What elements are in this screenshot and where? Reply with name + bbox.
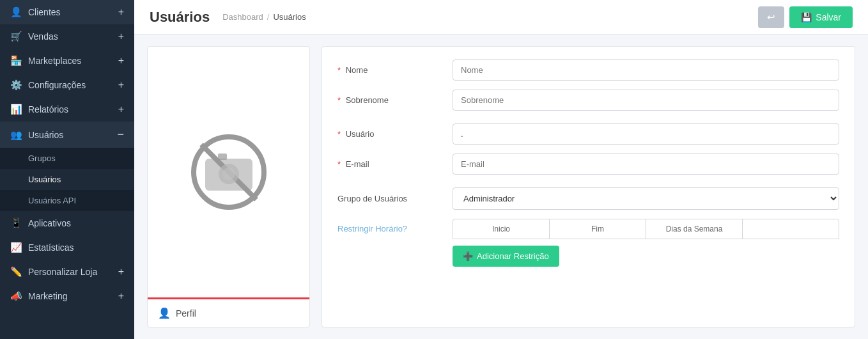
page-title: Usuários bbox=[150, 9, 210, 26]
personalizar-expand-icon: + bbox=[118, 266, 124, 278]
nome-row: * Nome bbox=[337, 59, 839, 81]
save-label: Salvar bbox=[816, 12, 841, 22]
configuracoes-icon: ⚙️ bbox=[10, 79, 22, 91]
save-disk-icon: 💾 bbox=[801, 12, 812, 22]
breadcrumb-current: Usuários bbox=[273, 12, 306, 22]
marketing-icon: 📣 bbox=[10, 290, 22, 302]
sobrenome-row: * Sobrenome bbox=[337, 90, 839, 111]
sidebar-label-relatorios: Relatórios bbox=[28, 104, 68, 114]
usuario-label: * Usuário bbox=[337, 129, 453, 139]
restrict-right: Inicio Fim Dias da Semana ➕ Adicionar Re… bbox=[453, 219, 839, 267]
nome-label: * Nome bbox=[337, 65, 453, 75]
sidebar-item-usuarios-api[interactable]: Usuários API bbox=[0, 190, 134, 211]
content-area: 👤 Perfil * Nome * Sobrenome bbox=[134, 35, 868, 339]
clientes-icon: 👤 bbox=[10, 6, 22, 18]
restrict-col-actions bbox=[743, 219, 839, 239]
breadcrumb: Dashboard / Usuários bbox=[222, 12, 306, 22]
personalizar-loja-icon: ✏️ bbox=[10, 266, 22, 278]
configuracoes-expand-icon: + bbox=[118, 79, 124, 91]
usuarios-icon: 👥 bbox=[10, 129, 22, 141]
sidebar-label-marketing: Marketing bbox=[28, 291, 67, 301]
profile-label: Perfil bbox=[176, 308, 196, 319]
sidebar-item-configuracoes[interactable]: ⚙️ Configurações + bbox=[0, 73, 134, 97]
usuarios-api-label: Usuários API bbox=[28, 196, 76, 205]
nome-input[interactable] bbox=[453, 59, 839, 81]
photo-panel: 👤 Perfil bbox=[147, 46, 310, 327]
restrict-col-dias: Dias da Semana bbox=[646, 219, 743, 239]
restrict-col-fim: Fim bbox=[550, 219, 646, 239]
relatorios-expand-icon: + bbox=[118, 104, 124, 115]
restrict-row: Restringir Horário? Inicio Fim Dias da S… bbox=[337, 219, 839, 267]
sidebar-item-marketing[interactable]: 📣 Marketing + bbox=[0, 284, 134, 308]
restrict-label: Restringir Horário? bbox=[337, 219, 453, 233]
sobrenome-input[interactable] bbox=[453, 90, 839, 111]
email-input[interactable] bbox=[453, 154, 839, 175]
sidebar-item-vendas[interactable]: 🛒 Vendas + bbox=[0, 24, 134, 49]
photo-upload-area[interactable] bbox=[148, 47, 309, 297]
grupo-row: Grupo de Usuários Administrador Editor V… bbox=[337, 187, 839, 210]
sidebar-label-marketplaces: Marketplaces bbox=[28, 56, 81, 66]
restrict-table-header: Inicio Fim Dias da Semana bbox=[453, 219, 839, 239]
marketplaces-icon: 🏪 bbox=[10, 55, 22, 67]
back-icon: ↩ bbox=[767, 12, 775, 23]
sidebar-label-usuarios: Usuários bbox=[28, 130, 63, 140]
usuario-input[interactable] bbox=[453, 123, 839, 145]
back-button[interactable]: ↩ bbox=[758, 6, 784, 28]
sidebar-label-vendas: Vendas bbox=[28, 31, 58, 42]
save-button[interactable]: 💾 Salvar bbox=[789, 6, 853, 28]
add-restriction-button[interactable]: ➕ Adicionar Restrição bbox=[453, 246, 559, 267]
relatorios-icon: 📊 bbox=[10, 104, 22, 115]
sidebar-item-usuarios-sub[interactable]: Usuários bbox=[0, 169, 134, 190]
estatisticas-icon: 📈 bbox=[10, 242, 22, 253]
sidebar-item-relatorios[interactable]: 📊 Relatórios + bbox=[0, 97, 134, 122]
topbar-left: Usuários Dashboard / Usuários bbox=[150, 9, 306, 26]
sidebar-item-grupos[interactable]: Grupos bbox=[0, 148, 134, 169]
clientes-expand-icon: + bbox=[118, 6, 124, 18]
sidebar-label-clientes: Clientes bbox=[28, 7, 61, 17]
usuario-row: * Usuário bbox=[337, 123, 839, 145]
no-photo-icon bbox=[187, 130, 270, 214]
usuarios-sub-label: Usuários bbox=[28, 175, 61, 184]
restrict-col-inicio: Inicio bbox=[453, 219, 550, 239]
sidebar-item-clientes[interactable]: 👤 Clientes + bbox=[0, 0, 134, 24]
grupo-label: Grupo de Usuários bbox=[337, 194, 453, 203]
breadcrumb-home[interactable]: Dashboard bbox=[222, 12, 263, 22]
sidebar-item-estatisticas[interactable]: 📈 Estatísticas bbox=[0, 235, 134, 260]
sidebar-item-marketplaces[interactable]: 🏪 Marketplaces + bbox=[0, 49, 134, 73]
aplicativos-icon: 📱 bbox=[10, 217, 22, 229]
add-label: Adicionar Restrição bbox=[477, 251, 549, 261]
profile-person-icon: 👤 bbox=[158, 307, 171, 319]
marketplaces-expand-icon: + bbox=[118, 55, 124, 67]
add-icon: ➕ bbox=[463, 251, 473, 261]
svg-rect-5 bbox=[218, 154, 227, 160]
grupos-label: Grupos bbox=[28, 154, 56, 163]
sidebar-label-estatisticas: Estatísticas bbox=[28, 242, 74, 253]
form-panel: * Nome * Sobrenome * Usuário bbox=[322, 46, 855, 327]
usuarios-collapse-icon: − bbox=[117, 128, 124, 141]
topbar-actions: ↩ 💾 Salvar bbox=[758, 6, 853, 28]
sidebar-label-personalizar-loja: Personalizar Loja bbox=[28, 267, 97, 277]
sidebar-item-personalizar-loja[interactable]: ✏️ Personalizar Loja + bbox=[0, 260, 134, 284]
svg-point-4 bbox=[222, 168, 235, 180]
sidebar-item-aplicativos[interactable]: 📱 Aplicativos bbox=[0, 211, 134, 235]
vendas-icon: 🛒 bbox=[10, 31, 22, 42]
sidebar-label-configuracoes: Configurações bbox=[28, 80, 86, 90]
email-label: * E-mail bbox=[337, 159, 453, 169]
topbar: Usuários Dashboard / Usuários ↩ 💾 Salvar bbox=[134, 0, 868, 35]
grupo-select[interactable]: Administrador Editor Visualizador bbox=[453, 187, 839, 210]
marketing-expand-icon: + bbox=[118, 290, 124, 302]
email-row: * E-mail bbox=[337, 154, 839, 175]
sidebar: 👤 Clientes + 🛒 Vendas + 🏪 Marketplaces +… bbox=[0, 0, 134, 339]
sidebar-item-usuarios[interactable]: 👥 Usuários − bbox=[0, 122, 134, 148]
vendas-expand-icon: + bbox=[118, 31, 124, 42]
sidebar-label-aplicativos: Aplicativos bbox=[28, 218, 71, 228]
sidebar-submenu-usuarios: Grupos Usuários Usuários API bbox=[0, 148, 134, 211]
sobrenome-label: * Sobrenome bbox=[337, 95, 453, 105]
profile-bar[interactable]: 👤 Perfil bbox=[148, 297, 309, 327]
main-content: Usuários Dashboard / Usuários ↩ 💾 Salvar bbox=[134, 0, 868, 339]
breadcrumb-separator: / bbox=[267, 12, 270, 22]
